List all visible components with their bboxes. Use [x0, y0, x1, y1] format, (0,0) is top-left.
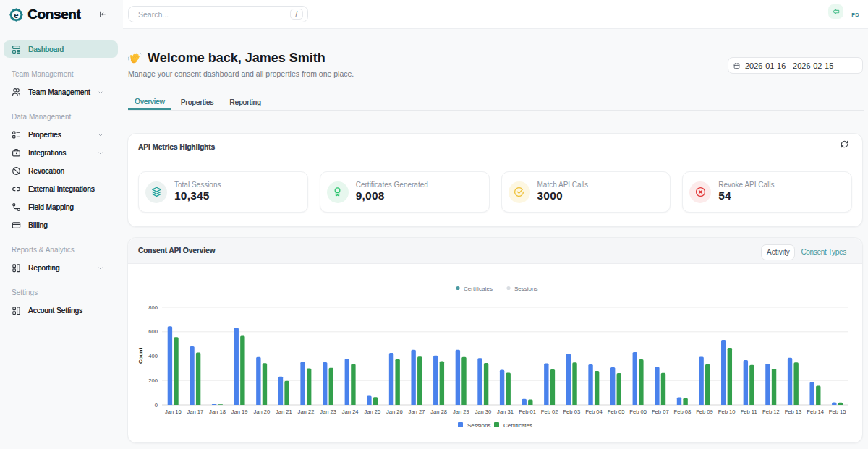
svg-text:Sessions: Sessions [467, 422, 490, 429]
svg-text:Feb 06: Feb 06 [629, 409, 647, 415]
svg-text:Feb 13: Feb 13 [785, 409, 802, 415]
svg-text:Jan 17: Jan 17 [187, 409, 203, 415]
svg-text:Feb 15: Feb 15 [829, 409, 846, 415]
svg-text:Feb 05: Feb 05 [608, 409, 625, 415]
svg-text:400: 400 [148, 353, 158, 359]
svg-text:Jan 26: Jan 26 [386, 409, 403, 415]
svg-text:Feb 03: Feb 03 [563, 409, 580, 415]
svg-text:Jan 31: Jan 31 [497, 409, 514, 415]
svg-text:Jan 20: Jan 20 [253, 409, 270, 415]
svg-text:Feb 14: Feb 14 [807, 409, 824, 415]
svg-text:Jan 25: Jan 25 [364, 409, 380, 415]
svg-text:Jan 21: Jan 21 [276, 409, 292, 415]
svg-text:Jan 22: Jan 22 [298, 409, 315, 415]
svg-text:Jan 27: Jan 27 [409, 409, 425, 415]
svg-text:Certificates: Certificates [503, 422, 532, 429]
svg-text:200: 200 [148, 377, 158, 384]
svg-text:Feb 01: Feb 01 [519, 409, 536, 415]
svg-text:Feb 04: Feb 04 [585, 409, 603, 415]
svg-text:Jan 16: Jan 16 [165, 409, 182, 415]
svg-text:Jan 19: Jan 19 [231, 409, 248, 415]
svg-text:Feb 07: Feb 07 [652, 409, 669, 415]
svg-text:Sessions: Sessions [514, 286, 537, 292]
svg-text:Count: Count [137, 348, 144, 364]
svg-text:Jan 24: Jan 24 [342, 409, 359, 415]
svg-text:Feb 12: Feb 12 [762, 409, 780, 415]
svg-text:Feb 11: Feb 11 [741, 409, 757, 415]
svg-text:e: e [14, 10, 18, 19]
svg-text:0: 0 [155, 402, 158, 409]
svg-text:Certificates: Certificates [464, 286, 493, 292]
svg-text:Feb 09: Feb 09 [696, 409, 713, 415]
svg-text:Jan 23: Jan 23 [320, 409, 336, 415]
svg-text:Jan 18: Jan 18 [209, 409, 226, 415]
svg-text:Jan 28: Jan 28 [430, 409, 447, 415]
svg-text:Feb 08: Feb 08 [674, 409, 692, 415]
svg-text:Feb 10: Feb 10 [718, 409, 736, 415]
svg-text:Jan 30: Jan 30 [475, 409, 491, 415]
svg-text:800: 800 [148, 304, 158, 311]
svg-text:600: 600 [148, 328, 158, 335]
svg-text:Jan 29: Jan 29 [453, 409, 469, 415]
svg-text:Feb 02: Feb 02 [541, 409, 558, 415]
